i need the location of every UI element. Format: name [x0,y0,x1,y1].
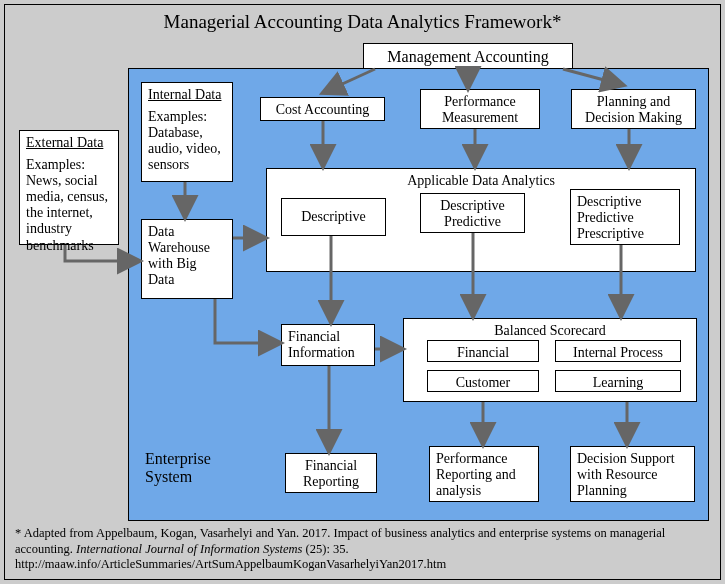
planning-box: Planning and Decision Making [571,89,696,129]
financial-information-box: Financial Information [281,324,375,366]
internal-data-heading: Internal Data [148,87,226,103]
bsc-customer-box: Customer [427,370,539,392]
external-data-heading: External Data [26,135,112,151]
cost-accounting-box: Cost Accounting [260,97,385,121]
data-warehouse-box: Data Warehouse with Big Data [141,219,233,299]
external-data-body: Examples: News, social media, census, th… [26,157,112,254]
performance-reporting-box: Performance Reporting and analysis [429,446,539,502]
bsc-financial-box: Financial [427,340,539,362]
management-accounting-box: Management Accounting [363,43,573,69]
bsc-internal-process-box: Internal Process [555,340,681,362]
bsc-title: Balanced Scorecard [410,323,690,339]
enterprise-system-label: Enterprise System [145,450,211,487]
ada-descriptive-predictive-box: Descriptive Predictive [420,193,525,233]
external-data-box: External Data Examples: News, social med… [19,130,119,245]
footnote: * Adapted from Appelbaum, Kogan, Vasarhe… [15,526,715,573]
ada-title: Applicable Data Analytics [275,173,687,189]
ada-descriptive-box: Descriptive [281,198,386,236]
decision-support-box: Decision Support with Resource Planning [570,446,695,502]
ada-dpp-box: Descriptive Predictive Prescriptive [570,189,680,245]
diagram-title: Managerial Accounting Data Analytics Fra… [5,11,720,33]
bsc-learning-box: Learning [555,370,681,392]
diagram-frame: Managerial Accounting Data Analytics Fra… [4,4,721,580]
performance-measurement-box: Performance Measurement [420,89,540,129]
internal-data-body: Examples: Database, audio, video, sensor… [148,109,226,173]
internal-data-box: Internal Data Examples: Database, audio,… [141,82,233,182]
financial-reporting-box: Financial Reporting [285,453,377,493]
